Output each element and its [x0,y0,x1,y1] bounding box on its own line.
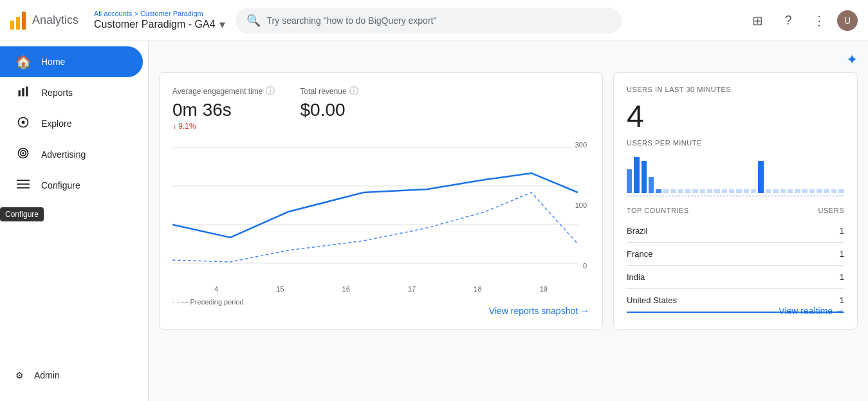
breadcrumb-account[interactable]: Customer Paradigm [140,10,203,17]
sidebar-item-home[interactable]: 🏠 Home [0,46,143,77]
configure-icon [15,178,31,194]
metric-revenue: Total revenue ⓘ $0.00 [300,86,358,131]
country-name-us: United States [627,295,677,305]
grid-button[interactable]: ⊞ [744,8,770,33]
explore-icon [15,116,31,132]
logo-area: Analytics [10,12,78,30]
topbar: Analytics All accounts > Customer Paradi… [0,0,868,41]
cards-row: Average engagement time ⓘ 0m 36s ↓ 9.1% … [159,72,858,330]
mini-bar-19 [766,189,771,193]
mini-bar-5 [663,189,669,193]
home-icon: 🏠 [15,54,31,70]
mini-bar-20 [773,189,778,193]
mini-bar-3 [649,177,654,193]
ai-sparkle-icon[interactable]: ✦ [846,51,858,68]
mini-bar-1 [634,157,639,193]
logo-icon [10,12,26,30]
country-count-india: 1 [840,272,844,282]
metric-engagement-label: Average engagement time ⓘ [172,86,275,97]
sidebar-item-advertising-label: Advertising [41,149,86,160]
more-icon: ⋮ [813,13,826,28]
more-options-button[interactable]: ⋮ [806,8,832,33]
country-count-brazil: 1 [840,226,844,236]
x-label-15: 15 [276,285,284,293]
mini-bar-2 [642,161,647,193]
engagement-info-icon[interactable]: ⓘ [266,86,275,97]
mini-bar-29 [838,189,844,193]
svg-rect-10 [17,187,30,189]
revenue-info-icon[interactable]: ⓘ [349,86,358,97]
admin-icon: ⚙ [15,370,24,380]
realtime-count: 4 [627,98,844,134]
grid-icon: ⊞ [752,13,763,28]
content-area: ✦ Average engagement time ⓘ 0m 36s ↓ 9.1… [149,41,868,401]
country-row-brazil[interactable]: Brazil 1 [627,219,844,243]
mini-bar-11 [707,189,712,193]
help-button[interactable]: ? [775,8,801,33]
app-name: Analytics [32,14,78,27]
users-header-label: USERS [818,207,844,214]
chart-area: 300 100 0 [172,141,589,283]
mini-bar-22 [788,189,793,193]
avatar[interactable]: U [837,10,858,31]
search-placeholder: Try searching "how to do BigQuery export… [267,15,437,26]
advertising-icon [15,147,31,163]
nav-items: 🏠 Home Reports Explore Advertising [0,41,148,350]
property-selector[interactable]: Customer Paradigm - GA4 ▾ [94,17,225,32]
view-realtime-link[interactable]: View realtime → [779,306,844,316]
country-count-france: 1 [840,249,844,259]
x-axis: 4 15 16 17 18 19 [172,285,589,293]
sidebar-item-advertising[interactable]: Advertising [0,139,143,170]
sidebar-item-admin-label: Admin [34,370,60,380]
sidebar-item-configure[interactable]: Configure Configure [0,170,143,201]
mini-bar-25 [809,189,815,193]
metrics-row: Average engagement time ⓘ 0m 36s ↓ 9.1% … [172,86,589,131]
sidebar-item-explore[interactable]: Explore [0,108,143,139]
svg-point-7 [22,152,24,154]
x-label-18: 18 [474,285,481,293]
top-countries-label: TOP COUNTRIES [627,207,689,214]
mini-bar-26 [817,189,822,193]
sidebar: 🏠 Home Reports Explore Advertising [0,41,149,401]
country-count-us: 1 [840,295,844,305]
svg-rect-0 [19,90,21,96]
mini-bar-28 [831,189,836,193]
chevron-down-icon: ▾ [219,17,225,32]
sidebar-item-home-label: Home [41,57,65,67]
search-bar[interactable]: 🔍 Try searching "how to do BigQuery expo… [235,8,622,33]
metric-revenue-value: $0.00 [300,100,358,120]
sidebar-item-explore-label: Explore [41,118,71,129]
mini-bar-14 [729,189,734,193]
mini-bar-24 [802,189,808,193]
line-chart [172,141,589,270]
sidebar-item-reports-label: Reports [41,88,73,98]
sidebar-item-reports[interactable]: Reports [0,77,143,108]
y-axis: 300 100 0 [575,141,589,270]
mini-bar-line [627,196,844,196]
country-row-india[interactable]: India 1 [627,266,844,289]
svg-rect-9 [17,183,30,185]
mini-bar-9 [692,189,697,193]
mini-bar-7 [678,189,683,193]
country-row-france[interactable]: France 1 [627,243,844,266]
mini-bar-23 [795,189,800,193]
x-label-17: 17 [408,285,416,293]
search-icon: 🔍 [246,14,261,28]
metric-engagement-change: ↓ 9.1% [172,122,275,131]
metric-revenue-label: Total revenue ⓘ [300,86,358,97]
breadcrumb-all-accounts[interactable]: All accounts [94,10,132,17]
sidebar-item-admin[interactable]: ⚙ Admin [0,360,148,391]
chart-legend: - - — Preceding period [172,298,589,306]
country-name-brazil: Brazil [627,226,648,236]
view-snapshot-link[interactable]: View reports snapshot → [489,306,589,316]
svg-rect-8 [17,180,30,181]
mini-bar-27 [824,189,829,193]
mini-bar-6 [670,189,676,193]
mini-bar-0 [627,169,632,193]
sidebar-item-configure-label: Configure [41,180,80,191]
mini-bar-16 [744,189,749,193]
country-list: Brazil 1 France 1 India 1 United States … [627,219,844,313]
x-label-19: 19 [540,285,548,293]
account-selector: All accounts > Customer Paradigm Custome… [94,10,225,32]
mini-bar-8 [685,189,690,193]
